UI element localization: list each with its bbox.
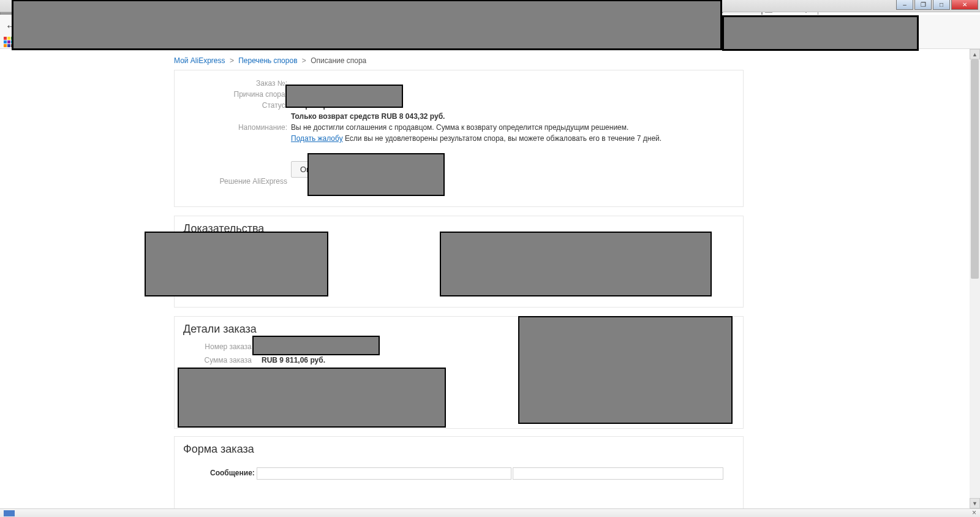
scrollbar-thumb[interactable] <box>971 59 979 279</box>
label-dispute-reason: Причина спора: <box>234 90 287 99</box>
scrollbar-track[interactable] <box>970 59 980 498</box>
redacted-block <box>519 317 731 423</box>
language-indicator-icon[interactable] <box>4 510 15 516</box>
label-reminder: Напоминание: <box>238 123 287 132</box>
window-minimize-button[interactable]: – <box>896 0 913 10</box>
breadcrumb-separator: > <box>302 56 306 65</box>
complaint-tail-text: Если вы не удовлетворены результатом спо… <box>345 134 662 143</box>
browser-statusbar: × <box>0 508 980 517</box>
redacted-block <box>13 1 720 48</box>
label-order-number: Номер заказа <box>205 342 252 351</box>
redacted-block <box>724 17 917 49</box>
scroll-up-button[interactable]: ▲ <box>970 49 980 59</box>
label-status: Статус: <box>262 101 287 110</box>
redacted-block <box>254 337 379 354</box>
breadcrumb: Мой AliExpress > Перечень споров > Описа… <box>174 56 366 65</box>
label-aliexpress-decision: Решение AliExpress <box>220 177 287 186</box>
breadcrumb-link-my-aliexpress[interactable]: Мой AliExpress <box>174 56 225 65</box>
file-complaint-link[interactable]: Подать жалобу <box>291 134 343 143</box>
value-reminder: Вы не достигли соглашения с продавцом. С… <box>291 123 628 132</box>
label-order-sum: Сумма заказа <box>205 356 252 364</box>
window-restore-button[interactable]: ❐ <box>914 0 932 10</box>
breadcrumb-link-dispute-list[interactable]: Перечень споров <box>238 56 297 65</box>
redacted-block <box>179 369 445 426</box>
message-input-right[interactable] <box>513 467 723 480</box>
order-form-panel: Форма заказа Сообщение: <box>174 436 744 508</box>
redacted-block <box>309 154 443 195</box>
vertical-scrollbar[interactable]: ▲ ▼ <box>970 49 980 508</box>
breadcrumb-separator: > <box>230 56 234 65</box>
redacted-block <box>146 233 327 295</box>
breadcrumb-current: Описание спора <box>311 56 366 65</box>
label-message: Сообщение: <box>210 469 253 477</box>
window-close-button[interactable]: ✕ <box>951 0 978 10</box>
value-order-sum: RUB 9 811,06 руб. <box>262 356 325 364</box>
order-form-title: Форма заказа <box>175 437 743 459</box>
window-maximize-button[interactable]: □ <box>933 0 950 10</box>
statusbar-close-icon[interactable]: × <box>972 508 976 517</box>
redacted-block <box>441 233 710 295</box>
message-input-left[interactable] <box>257 467 511 480</box>
label-order-no: Заказ №: <box>256 79 287 88</box>
dispute-summary-panel: Заказ №: Причина спора: Статус: Спор зак… <box>174 70 744 207</box>
page-viewport: Мой AliExpress > Перечень споров > Описа… <box>0 49 970 508</box>
value-refund: Только возврат средств RUB 8 043,32 руб. <box>291 112 445 121</box>
scroll-down-button[interactable]: ▼ <box>970 498 980 508</box>
redacted-block <box>287 86 402 107</box>
